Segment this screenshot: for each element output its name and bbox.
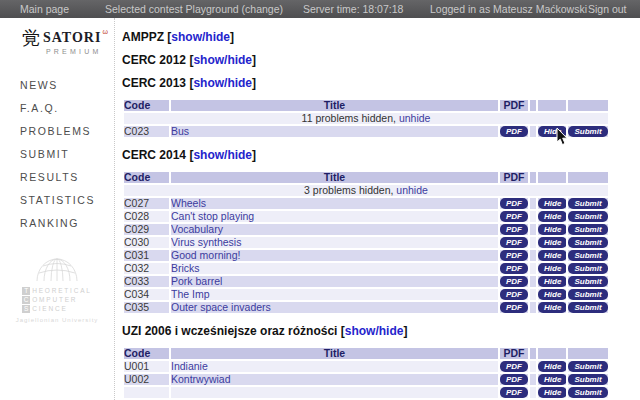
submit-button[interactable]: Submit <box>568 276 607 287</box>
pdf-button[interactable]: PDF <box>500 302 528 313</box>
hide-cell: Hide <box>538 250 566 261</box>
sidebar-item-results[interactable]: RESULTS <box>20 171 114 183</box>
pdf-button[interactable]: PDF <box>500 263 528 274</box>
hide-button[interactable]: Hide <box>538 198 566 209</box>
problem-title-link[interactable]: Outer space invaders <box>171 302 271 313</box>
unhide-link[interactable]: unhide <box>396 185 428 196</box>
col-header-spacer <box>530 100 536 111</box>
submit-button[interactable]: Submit <box>568 361 607 372</box>
submit-button[interactable]: Submit <box>568 211 607 222</box>
problem-title-link[interactable]: Virus synthesis <box>171 237 241 248</box>
col-header-pdf: PDF <box>500 100 528 111</box>
problem-title-link[interactable]: Pork barrel <box>171 276 222 287</box>
sign-out-link[interactable]: Sign out <box>588 0 627 18</box>
pdf-button[interactable]: PDF <box>500 289 528 300</box>
hide-button[interactable]: Hide <box>538 224 566 235</box>
col-header-submit <box>568 100 608 111</box>
show-hide-link[interactable]: show/hide <box>345 324 404 338</box>
sidebar-item-news[interactable]: NEWS <box>20 79 114 91</box>
problem-title-link[interactable]: Indianie <box>171 361 208 372</box>
submit-button[interactable]: Submit <box>568 198 607 209</box>
problem-title-link[interactable]: Wheels <box>171 198 206 209</box>
pdf-button[interactable]: PDF <box>500 374 528 385</box>
col-header-spacer <box>530 348 536 359</box>
show-hide-link[interactable]: show/hide <box>193 148 252 162</box>
problem-title-link[interactable]: Bricks <box>171 263 200 274</box>
hide-button[interactable]: Hide <box>538 276 566 287</box>
sidebar-menu: NEWSF.A.Q.PROBLEMSSUBMITRESULTSSTATISTIC… <box>0 79 114 229</box>
col-header-code: Code <box>124 172 169 183</box>
hidden-notice: 3 problems hidden, unhide <box>124 185 608 196</box>
satori-logo[interactable]: 覚 SATORI ω PREMIUM <box>22 28 114 55</box>
hide-button[interactable]: Hide <box>538 237 566 248</box>
hide-cell: Hide <box>538 387 566 398</box>
problem-title-cell: The Imp <box>171 289 498 300</box>
pdf-button[interactable]: PDF <box>500 387 528 398</box>
submit-cell: Submit <box>568 263 608 274</box>
problem-row: C030Virus synthesisPDFHideSubmit <box>124 237 608 248</box>
submit-button[interactable]: Submit <box>568 387 607 398</box>
submit-button[interactable]: Submit <box>568 126 607 137</box>
submit-button[interactable]: Submit <box>568 237 607 248</box>
hide-button[interactable]: Hide <box>538 211 566 222</box>
problem-row: C035Outer space invadersPDFHideSubmit <box>124 302 608 313</box>
satori-brand-text: SATORI <box>43 28 101 48</box>
sidebar-item-faq[interactable]: F.A.Q. <box>20 102 114 114</box>
main-page-link[interactable]: Main page <box>20 0 69 18</box>
submit-cell: Submit <box>568 374 608 385</box>
col-header-code: Code <box>124 348 169 359</box>
submit-button[interactable]: Submit <box>568 250 607 261</box>
submit-button[interactable]: Submit <box>568 289 607 300</box>
hide-button[interactable]: Hide <box>538 374 566 385</box>
problem-title-link[interactable]: Good morning! <box>171 250 240 261</box>
pdf-button[interactable]: PDF <box>500 250 528 261</box>
pdf-button[interactable]: PDF <box>500 126 528 137</box>
problem-code <box>124 387 169 398</box>
unhide-link[interactable]: unhide <box>399 113 431 124</box>
problem-title-link[interactable]: Bus <box>171 126 189 137</box>
col-header-pdf: PDF <box>500 172 528 183</box>
hide-button[interactable]: Hide <box>538 250 566 261</box>
problem-title-link[interactable]: Vocabulary <box>171 224 223 235</box>
problems-table: CodeTitlePDFU001IndianiePDFHideSubmitU00… <box>122 346 610 400</box>
submit-button[interactable]: Submit <box>568 224 607 235</box>
hide-button[interactable]: Hide <box>538 302 566 313</box>
pdf-button[interactable]: PDF <box>500 224 528 235</box>
hide-button[interactable]: Hide <box>538 387 566 398</box>
submit-button[interactable]: Submit <box>568 302 607 313</box>
hide-button[interactable]: Hide <box>538 289 566 300</box>
problem-row: C033Pork barrelPDFHideSubmit <box>124 276 608 287</box>
submit-button[interactable]: Submit <box>568 263 607 274</box>
pdf-button[interactable]: PDF <box>500 211 528 222</box>
section-heading: AMPPZ [show/hide] <box>122 30 627 44</box>
pdf-button[interactable]: PDF <box>500 237 528 248</box>
problem-title-link[interactable]: Kontrwywiad <box>171 374 231 385</box>
hide-button[interactable]: Hide <box>538 361 566 372</box>
section-title: UZI 2006 i wcześniejsze oraz różności <box>122 324 341 338</box>
pdf-cell: PDF <box>500 289 528 300</box>
hide-button[interactable]: Hide <box>538 126 566 137</box>
problem-title-cell: Indianie <box>171 361 498 372</box>
problem-title-link[interactable]: Can't stop playing <box>171 211 254 222</box>
pdf-button[interactable]: PDF <box>500 361 528 372</box>
sidebar-item-submit[interactable]: SUBMIT <box>20 148 114 160</box>
show-hide-link[interactable]: show/hide <box>171 30 230 44</box>
problem-title-link[interactable]: The Imp <box>171 289 210 300</box>
col-header-submit <box>568 172 608 183</box>
pdf-button[interactable]: PDF <box>500 276 528 287</box>
submit-button[interactable]: Submit <box>568 374 607 385</box>
selected-contest-link[interactable]: Selected contest Playground (change) <box>105 0 283 18</box>
bracket-close: ] <box>252 53 256 67</box>
show-hide-link[interactable]: show/hide <box>193 76 252 90</box>
content: AMPPZ [show/hide]CERC 2012 [show/hide]CE… <box>122 18 627 400</box>
spacer-cell <box>530 126 536 137</box>
sidebar-item-statistics[interactable]: STATISTICS <box>20 194 114 206</box>
sidebar-item-ranking[interactable]: RANKING <box>20 217 114 229</box>
show-hide-link[interactable]: show/hide <box>193 53 252 67</box>
spacer-cell <box>530 224 536 235</box>
hide-button[interactable]: Hide <box>538 263 566 274</box>
tcs-line-rest: HEORETICAL <box>32 287 92 294</box>
pdf-button[interactable]: PDF <box>500 198 528 209</box>
section-heading: UZI 2006 i wcześniejsze oraz różności [s… <box>122 324 627 338</box>
sidebar-item-problems[interactable]: PROBLEMS <box>20 125 114 137</box>
